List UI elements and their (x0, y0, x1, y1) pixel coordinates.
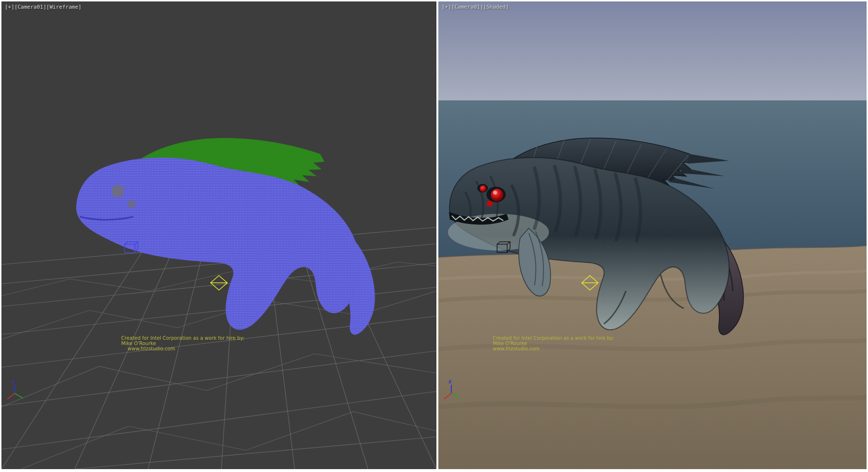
eye-spot-small (127, 200, 135, 208)
sky (438, 1, 867, 104)
viewport-menu-button[interactable]: [+] (442, 4, 451, 10)
svg-text:www.frlzstudio.com: www.frlzstudio.com (493, 346, 540, 351)
dual-viewport: { "viewports": { "left": { "menu_plus": … (0, 0, 868, 472)
viewport-shaded[interactable]: [+][Camera01][Shaded] (438, 1, 867, 469)
axis-z-label: z (448, 379, 451, 384)
eye-main (491, 189, 503, 201)
eye-third (487, 201, 493, 207)
eye-second (480, 185, 487, 192)
viewport-wireframe[interactable]: [+][Camera01][Wireframe] (1, 1, 436, 469)
axis-z-label: z (12, 379, 14, 384)
viewport-canvas-wireframe[interactable]: Created for Intel Corporation as a work … (1, 1, 436, 469)
svg-text:www.frlzstudio.com: www.frlzstudio.com (127, 346, 175, 351)
viewport-menu-button[interactable]: [+] (5, 4, 14, 10)
svg-text:Created for Intel Corporation: Created for Intel Corporation as a work … (121, 335, 244, 341)
svg-text:Created for Intel Corporation: Created for Intel Corporation as a work … (493, 335, 614, 341)
camera-label[interactable]: [Camera01] (451, 4, 483, 10)
viewport-label-right: [+][Camera01][Shaded] (442, 4, 509, 10)
camera-label[interactable]: [Camera01] (14, 4, 46, 10)
shading-label[interactable]: [Wireframe] (46, 4, 81, 10)
svg-text:Mike O'Rourke: Mike O'Rourke (121, 341, 156, 346)
viewport-canvas-shaded[interactable]: Created for Intel Corporation as a work … (438, 1, 867, 469)
svg-text:Mike O'Rourke: Mike O'Rourke (493, 341, 527, 346)
shading-label[interactable]: [Shaded] (483, 4, 509, 10)
eye-spot-large (111, 185, 124, 197)
eye-highlight (493, 191, 497, 194)
viewport-label-left: [+][Camera01][Wireframe] (5, 4, 81, 10)
